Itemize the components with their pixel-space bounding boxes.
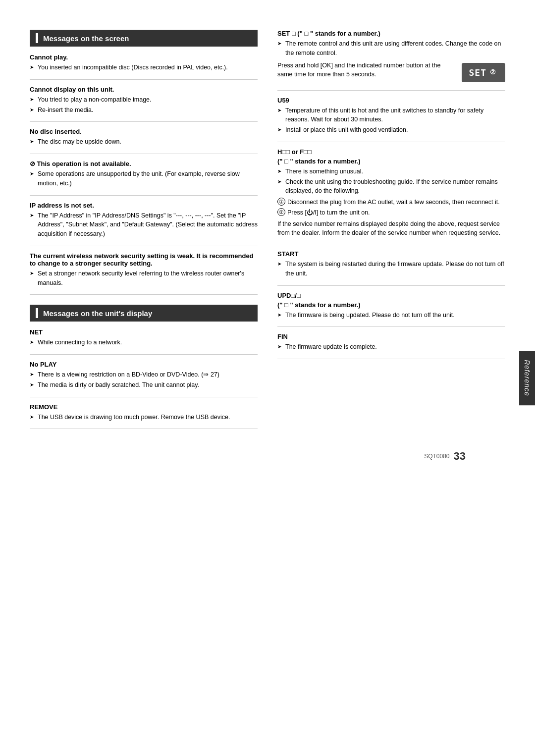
entry-title-hf: H□□ or F□□ xyxy=(277,148,505,156)
left-column: Messages on the screen Cannot play. You … xyxy=(30,30,258,435)
entry-body-no-disc: The disc may be upside down. xyxy=(30,137,258,147)
bullet-cannot-display-1: You tried to play a non-compatible image… xyxy=(30,95,258,105)
sidebar-reference: Reference xyxy=(519,351,535,405)
entry-fin: FIN The firmware update is complete. xyxy=(277,333,505,359)
entry-title-cannot-display: Cannot display on this unit. xyxy=(30,86,258,93)
bullet-u59-1: Temperature of this unit is hot and the … xyxy=(277,106,505,125)
entry-body-wireless-weak: Set a stronger network security level re… xyxy=(30,269,258,288)
section-title-screen: Messages on the screen xyxy=(43,34,129,43)
footer-page: 33 xyxy=(454,450,466,463)
entry-title-fin: FIN xyxy=(277,333,505,340)
numbered-hf-2: ② Press [⏻/I] to turn the unit on. xyxy=(277,208,505,217)
entry-body-remove: The USB device is drawing too much power… xyxy=(30,413,258,422)
entry-body-hf: There is something unusual. Check the un… xyxy=(277,167,505,238)
entry-cannot-display: Cannot display on this unit. You tried t… xyxy=(30,86,258,122)
entry-body-set-number: The remote control and this unit are usi… xyxy=(277,39,505,84)
bullet-cannot-display-2: Re-insert the media. xyxy=(30,106,258,115)
entry-title-net: NET xyxy=(30,328,258,336)
section-header-display: Messages on the unit's display xyxy=(30,305,258,322)
hf-footer-text: If the service number remains displayed … xyxy=(277,219,505,238)
entry-title-no-disc: No disc inserted. xyxy=(30,128,258,135)
bullet-not-available-1: Some operations are unsupported by the u… xyxy=(30,169,258,188)
entry-ip-not-set: IP address is not set. The "IP Address" … xyxy=(30,202,258,246)
footer-code: SQT0080 xyxy=(424,453,449,460)
entry-title-set-number: SET □ (" □ " stands for a number.) xyxy=(277,30,505,37)
set-circle-icon: ② xyxy=(487,67,498,78)
bullet-cannot-play-1: You inserted an incompatible disc (Discs… xyxy=(30,63,258,72)
entry-title-remove: REMOVE xyxy=(30,403,258,411)
numbered-hf-1: ① Disconnect the plug from the AC outlet… xyxy=(277,198,505,207)
entry-u59: U59 Temperature of this unit is hot and … xyxy=(277,97,505,142)
entry-body-start: The system is being restarted during the… xyxy=(277,260,505,278)
footer: SQT0080 33 xyxy=(30,450,505,463)
entry-remove: REMOVE The USB device is drawing too muc… xyxy=(30,403,258,430)
bullet-hf-2: Check the unit using the troubleshooting… xyxy=(277,177,505,196)
circle-2-icon: ② xyxy=(277,208,285,216)
bullet-upd-1: The firmware is being updated. Please do… xyxy=(277,311,505,320)
entry-not-available: ⊘ This operation is not available. Some … xyxy=(30,160,258,196)
entry-title-u59: U59 xyxy=(277,97,505,104)
entry-body-cannot-display: You tried to play a non-compatible image… xyxy=(30,95,258,115)
entry-title-ip-not-set: IP address is not set. xyxy=(30,202,258,209)
set-display-image: SET② xyxy=(462,63,505,82)
entry-title-no-play: No PLAY xyxy=(30,361,258,368)
entry-body-ip-not-set: The "IP Address" in "IP Address/DNS Sett… xyxy=(30,211,258,239)
entry-body-u59: Temperature of this unit is hot and the … xyxy=(277,106,505,135)
right-column: SET □ (" □ " stands for a number.) The r… xyxy=(277,30,505,435)
bullet-no-disc-1: The disc may be upside down. xyxy=(30,137,258,147)
bullet-no-play-1: There is a viewing restriction on a BD-V… xyxy=(30,370,258,379)
bullet-ip-1: The "IP Address" in "IP Address/DNS Sett… xyxy=(30,211,258,239)
bullet-set-1: The remote control and this unit are usi… xyxy=(277,39,505,58)
entry-body-no-play: There is a viewing restriction on a BD-V… xyxy=(30,370,258,390)
entry-wireless-weak: The current wireless network security se… xyxy=(30,252,258,295)
entry-title-cannot-play: Cannot play. xyxy=(30,54,258,61)
entry-body-not-available: Some operations are unsupported by the u… xyxy=(30,169,258,188)
circle-1-icon: ① xyxy=(277,198,285,206)
entry-body-net: While connecting to a network. xyxy=(30,338,258,347)
entry-start: START The system is being restarted duri… xyxy=(277,250,505,286)
bullet-wireless-1: Set a stronger network security level re… xyxy=(30,269,258,288)
entry-title-start: START xyxy=(277,250,505,258)
bullet-u59-2: Install or place this unit with good ven… xyxy=(277,125,505,135)
section-header-screen: Messages on the screen xyxy=(30,30,258,47)
entry-body-upd: The firmware is being updated. Please do… xyxy=(277,311,505,320)
entry-subtitle-hf: (" □ " stands for a number.) xyxy=(277,158,505,165)
entry-no-play: No PLAY There is a viewing restriction o… xyxy=(30,361,258,397)
entry-body-fin: The firmware update is complete. xyxy=(277,342,505,352)
entry-title-not-available: ⊘ This operation is not available. xyxy=(30,160,258,167)
entry-set-number: SET □ (" □ " stands for a number.) The r… xyxy=(277,30,505,91)
bullet-hf-1: There is something unusual. xyxy=(277,167,505,176)
entry-net: NET While connecting to a network. xyxy=(30,328,258,355)
entry-title-upd: UPD□/□ xyxy=(277,292,505,299)
entry-no-disc: No disc inserted. The disc may be upside… xyxy=(30,128,258,154)
entry-body-cannot-play: You inserted an incompatible disc (Discs… xyxy=(30,63,258,72)
bullet-net-1: While connecting to a network. xyxy=(30,338,258,347)
entry-cannot-play: Cannot play. You inserted an incompatibl… xyxy=(30,54,258,80)
bullet-remove-1: The USB device is drawing too much power… xyxy=(30,413,258,422)
bullet-start-1: The system is being restarted during the… xyxy=(277,260,505,278)
section-title-display: Messages on the unit's display xyxy=(43,309,152,318)
bullet-fin-1: The firmware update is complete. xyxy=(277,342,505,352)
entry-title-wireless-weak: The current wireless network security se… xyxy=(30,252,258,267)
set-instructions: Press and hold [OK] and the indicated nu… xyxy=(277,61,456,80)
entry-hf: H□□ or F□□ (" □ " stands for a number.) … xyxy=(277,148,505,244)
entry-upd: UPD□/□ (" □ " stands for a number.) The … xyxy=(277,292,505,327)
bullet-no-play-2: The media is dirty or badly scratched. T… xyxy=(30,380,258,390)
entry-subtitle-upd: (" □ " stands for a number.) xyxy=(277,301,505,309)
